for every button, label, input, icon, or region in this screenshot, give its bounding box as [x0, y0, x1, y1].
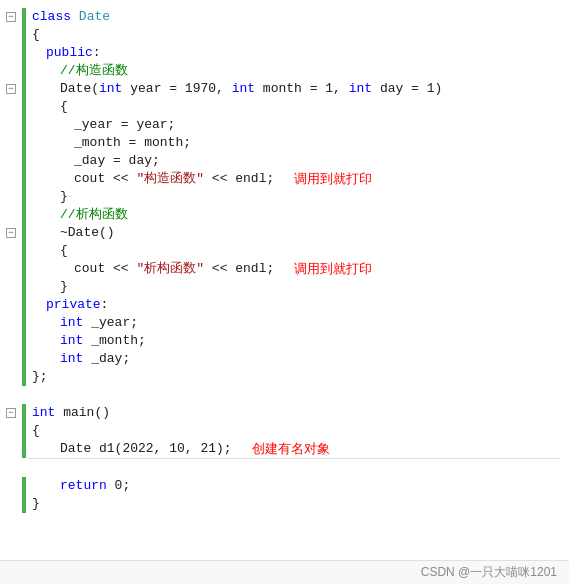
code-text: _day = day; [74, 152, 160, 170]
code-text: } [60, 188, 68, 206]
kw-token: private [46, 297, 101, 312]
gutter [0, 332, 22, 350]
green-bar [22, 440, 26, 458]
plain-token: year = 1970, [122, 81, 231, 96]
code-text: int _day; [60, 350, 130, 368]
plain-token: day = 1) [372, 81, 442, 96]
fold-button[interactable]: − [6, 408, 16, 418]
gutter [0, 386, 22, 404]
code-line: { [0, 242, 569, 260]
green-bar [22, 116, 26, 134]
code-text: { [32, 422, 40, 440]
gutter [0, 152, 22, 170]
code-content: } [28, 278, 569, 296]
green-bar [22, 350, 26, 368]
code-content: Date(int year = 1970, int month = 1, int… [28, 80, 569, 98]
code-text: private: [46, 296, 108, 314]
code-content: { [28, 422, 569, 440]
code-line: } [0, 188, 569, 206]
code-content: } [28, 188, 569, 206]
code-text: Date(int year = 1970, int month = 1, int… [60, 80, 442, 98]
plain-token: { [60, 99, 68, 114]
green-bar [22, 170, 26, 188]
gutter [0, 116, 22, 134]
fold-button[interactable]: − [6, 12, 16, 22]
code-line: //构造函数 [0, 62, 569, 80]
gutter [0, 440, 22, 458]
code-content: int main() [28, 404, 569, 422]
code-text: int _year; [60, 314, 138, 332]
gutter [0, 368, 22, 386]
gutter [0, 206, 22, 224]
green-bar [22, 152, 26, 170]
string-token: "析构函数" [136, 261, 204, 276]
gutter[interactable]: − [0, 80, 22, 98]
code-content: int _year; [28, 314, 569, 332]
green-bar [22, 8, 26, 26]
code-text: _year = year; [74, 116, 175, 134]
code-line [0, 386, 569, 404]
gutter [0, 44, 22, 62]
green-bar [22, 26, 26, 44]
plain-token: } [60, 189, 68, 204]
code-content: }; [28, 368, 569, 386]
code-content: public: [28, 44, 569, 62]
code-line: { [0, 26, 569, 44]
code-content: { [28, 98, 569, 116]
plain-token: Date( [60, 81, 99, 96]
code-content: } [28, 495, 569, 513]
fold-button[interactable]: − [6, 228, 16, 238]
green-bar [22, 134, 26, 152]
code-line: −Date(int year = 1970, int month = 1, in… [0, 80, 569, 98]
code-line: public: [0, 44, 569, 62]
code-text: public: [46, 44, 101, 62]
code-content: //析构函数 [28, 206, 569, 224]
code-text: class Date [32, 8, 110, 26]
plain-token [71, 9, 79, 24]
code-line: } [0, 278, 569, 296]
code-text: _month = month; [74, 134, 191, 152]
plain-token: { [32, 423, 40, 438]
green-bar [22, 404, 26, 422]
code-text: cout << "构造函数" << endl; [74, 170, 274, 188]
green-bar [22, 80, 26, 98]
code-line: Date d1(2022, 10, 21);创建有名对象 [0, 440, 569, 458]
code-line: private: [0, 296, 569, 314]
code-content: return 0; [28, 477, 569, 495]
green-bar [22, 296, 26, 314]
green-bar [22, 62, 26, 80]
gutter [0, 296, 22, 314]
comment-token: //构造函数 [60, 63, 128, 78]
gutter[interactable]: − [0, 404, 22, 422]
gutter[interactable]: − [0, 8, 22, 26]
code-content: int _day; [28, 350, 569, 368]
kw-token: int [99, 81, 122, 96]
plain-token: _day; [83, 351, 130, 366]
fold-button[interactable]: − [6, 84, 16, 94]
annotation-text: 调用到就打印 [294, 170, 372, 188]
footer-text: CSDN @一只大喵咪1201 [421, 564, 557, 581]
gutter [0, 495, 22, 513]
code-content: cout << "析构函数" << endl;调用到就打印 [28, 260, 569, 278]
code-line: //析构函数 [0, 206, 569, 224]
code-content: ~Date() [28, 224, 569, 242]
gutter [0, 278, 22, 296]
code-content: private: [28, 296, 569, 314]
code-text: int _month; [60, 332, 146, 350]
kw-token: public [46, 45, 93, 60]
code-line: return 0; [0, 477, 569, 495]
code-content [28, 459, 569, 477]
gutter[interactable]: − [0, 224, 22, 242]
plain-token: << endl; [204, 171, 274, 186]
green-bar [22, 495, 26, 513]
code-content: _year = year; [28, 116, 569, 134]
plain-token: Date d1(2022, 10, 21); [60, 441, 232, 456]
plain-token: : [93, 45, 101, 60]
code-content: { [28, 26, 569, 44]
class-name-token: Date [79, 9, 110, 24]
green-bar [22, 260, 26, 278]
code-line: cout << "析构函数" << endl;调用到就打印 [0, 260, 569, 278]
kw-token: int [60, 351, 83, 366]
code-text: } [32, 495, 40, 513]
code-line: _month = month; [0, 134, 569, 152]
